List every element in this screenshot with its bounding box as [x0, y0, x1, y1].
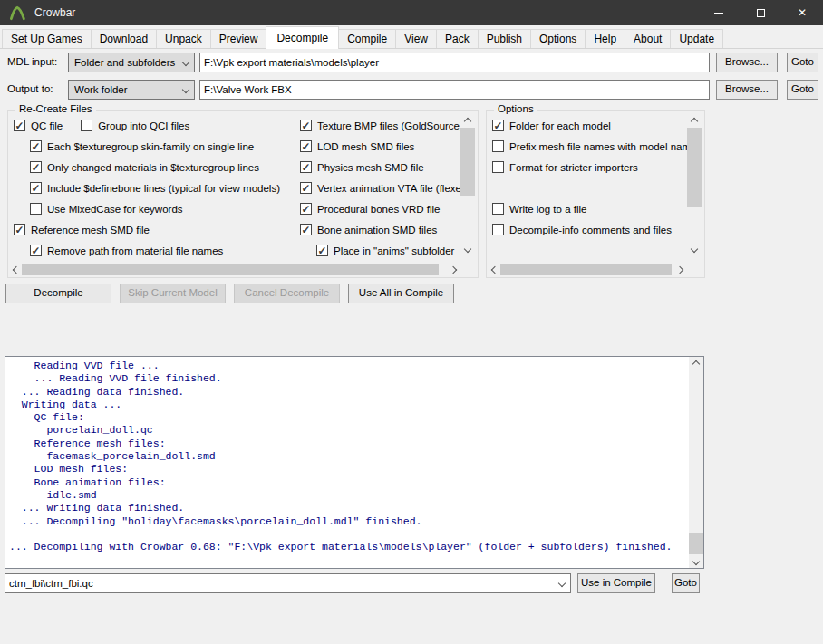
close-icon: [798, 7, 807, 18]
output-path-field[interactable]: [199, 80, 710, 100]
tab-update[interactable]: Update: [670, 29, 723, 49]
checkbox-place-in-anims-subfolder[interactable]: Place in "anims" subfolder: [316, 245, 454, 256]
log-line: [9, 528, 686, 541]
chevron-left-icon: [12, 265, 19, 273]
footer-goto-button[interactable]: Goto: [672, 573, 700, 593]
use-all-in-compile-button[interactable]: Use All in Compile: [348, 284, 454, 303]
checkbox-checked-icon[interactable]: [300, 120, 312, 131]
scroll-down-button[interactable]: [689, 554, 703, 568]
scrollbar-thumb[interactable]: [500, 264, 672, 275]
checkbox-label: Prefix mesh file names with model name: [509, 141, 696, 152]
checkbox-prefix-mesh-file-names-with-model-name[interactable]: Prefix mesh file names with model name: [492, 140, 696, 152]
scrollbar-thumb[interactable]: [687, 128, 702, 207]
checkbox-only-changed-materials-in-texturegroup-lines[interactable]: Only changed materials in $texturegroup …: [30, 161, 259, 173]
combobox-dropdown-button[interactable]: [554, 574, 570, 592]
checkbox-procedural-bones-vrd-file[interactable]: Procedural bones VRD file: [300, 203, 441, 215]
scroll-right-button[interactable]: [673, 264, 685, 275]
checkbox-group-into-qci-files[interactable]: Group into QCI files: [81, 120, 189, 131]
output-browse-button[interactable]: Browse...: [716, 80, 778, 100]
checkbox-checked-icon[interactable]: [492, 120, 504, 131]
checkbox-use-mixedcase-for-keywords[interactable]: Use MixedCase for keywords: [30, 203, 183, 215]
checkbox-checked-icon[interactable]: [30, 182, 42, 194]
minimize-button[interactable]: [698, 0, 740, 25]
scroll-down-button[interactable]: [687, 242, 702, 255]
log-output[interactable]: Reading VVD file ... ... Reading VVD fil…: [5, 356, 704, 569]
mdl-input-mode-dropdown[interactable]: Folder and subfolders: [68, 53, 195, 72]
checkbox-checked-icon[interactable]: [30, 245, 42, 256]
checkbox-unchecked-icon[interactable]: [492, 203, 504, 215]
mdl-input-path-field[interactable]: [199, 53, 710, 72]
scroll-up-button[interactable]: [687, 114, 702, 128]
tab-preview[interactable]: Preview: [210, 29, 267, 49]
checkbox-checked-icon[interactable]: [300, 140, 312, 152]
tab-about[interactable]: About: [625, 29, 671, 49]
checkbox-qc-file[interactable]: QC file: [14, 120, 63, 131]
checkbox-remove-path-from-material-file-names[interactable]: Remove path from material file names: [30, 245, 223, 256]
checkbox-unchecked-icon[interactable]: [492, 140, 504, 152]
scrollbar-thumb[interactable]: [22, 264, 439, 275]
recreate-horizontal-scrollbar[interactable]: [10, 264, 459, 275]
checkbox-decompile-info-comments-and-files[interactable]: Decompile-info comments and files: [492, 224, 672, 235]
scroll-up-button[interactable]: [689, 357, 703, 370]
scroll-left-button[interactable]: [10, 264, 22, 275]
checkbox-checked-icon[interactable]: [300, 203, 312, 215]
tab-help[interactable]: Help: [585, 29, 625, 49]
tab-options[interactable]: Options: [530, 29, 586, 49]
use-in-compile-button[interactable]: Use in Compile: [577, 573, 655, 593]
checkbox-folder-for-each-model[interactable]: Folder for each model: [492, 120, 611, 131]
maximize-button[interactable]: [740, 0, 781, 25]
tab-download[interactable]: Download: [91, 29, 157, 49]
checkbox-write-log-to-a-file[interactable]: Write log to a file: [492, 203, 586, 215]
qc-file-combobox[interactable]: [5, 573, 571, 593]
log-vertical-scrollbar[interactable]: [689, 357, 703, 568]
checkbox-each-texturegroup-skin-family-on-single-line[interactable]: Each $texturegroup skin-family on single…: [30, 140, 254, 152]
checkbox-checked-icon[interactable]: [14, 120, 25, 131]
checkbox-checked-icon[interactable]: [300, 182, 312, 194]
scroll-down-button[interactable]: [460, 242, 475, 255]
checkbox-unchecked-icon[interactable]: [30, 203, 42, 215]
tab-compile[interactable]: Compile: [338, 29, 396, 49]
checkbox-checked-icon[interactable]: [316, 245, 328, 256]
scrollbar-thumb[interactable]: [689, 533, 703, 554]
scroll-up-button[interactable]: [460, 114, 475, 128]
decompile-button[interactable]: Decompile: [5, 284, 111, 303]
qc-file-input[interactable]: [5, 574, 554, 592]
checkbox-format-for-stricter-importers[interactable]: Format for stricter importers: [492, 161, 638, 173]
chevron-up-icon: [692, 360, 700, 367]
output-goto-button[interactable]: Goto: [787, 80, 818, 100]
tab-set-up-games[interactable]: Set Up Games: [2, 29, 92, 49]
checkbox-physics-mesh-smd-file[interactable]: Physics mesh SMD file: [300, 161, 424, 173]
tab-publish[interactable]: Publish: [478, 29, 531, 49]
checkbox-texture-bmp-files-goldsource[interactable]: Texture BMP files (GoldSource): [300, 120, 463, 131]
scroll-left-button[interactable]: [489, 264, 500, 275]
checkbox-label: Folder for each model: [509, 120, 611, 131]
options-horizontal-scrollbar[interactable]: [489, 264, 685, 275]
log-line: ... Decompiling "holiday\facemasks\porce…: [9, 515, 686, 528]
scrollbar-thumb[interactable]: [460, 128, 475, 196]
checkbox-checked-icon[interactable]: [30, 140, 42, 152]
checkbox-vertex-animation-vta-file-flexes[interactable]: Vertex animation VTA file (flexes): [300, 182, 470, 194]
checkbox-unchecked-icon[interactable]: [492, 161, 504, 173]
output-mode-dropdown[interactable]: Work folder: [68, 80, 195, 100]
mdl-browse-button[interactable]: Browse...: [716, 53, 778, 72]
tab-unpack[interactable]: Unpack: [156, 29, 211, 49]
checkbox-checked-icon[interactable]: [14, 224, 25, 235]
mdl-goto-button[interactable]: Goto: [787, 53, 818, 72]
checkbox-include-definebone-lines-typical-for-view-models[interactable]: Include $definebone lines (typical for v…: [30, 182, 280, 194]
recreate-vertical-scrollbar[interactable]: [460, 114, 475, 255]
close-button[interactable]: [781, 0, 823, 25]
log-text: Reading VVD file ... ... Reading VVD fil…: [9, 360, 686, 566]
checkbox-lod-mesh-smd-files[interactable]: LOD mesh SMD files: [300, 140, 414, 152]
scroll-right-button[interactable]: [447, 264, 459, 275]
options-vertical-scrollbar[interactable]: [687, 114, 702, 255]
checkbox-reference-mesh-smd-file[interactable]: Reference mesh SMD file: [14, 224, 150, 235]
tab-pack[interactable]: Pack: [436, 29, 479, 49]
checkbox-bone-animation-smd-files[interactable]: Bone animation SMD files: [300, 224, 437, 235]
checkbox-checked-icon[interactable]: [30, 161, 42, 173]
checkbox-unchecked-icon[interactable]: [81, 120, 92, 131]
checkbox-checked-icon[interactable]: [300, 224, 312, 235]
tab-decompile[interactable]: Decompile: [266, 26, 339, 49]
checkbox-unchecked-icon[interactable]: [492, 224, 504, 235]
checkbox-checked-icon[interactable]: [300, 161, 312, 173]
tab-view[interactable]: View: [395, 29, 437, 49]
